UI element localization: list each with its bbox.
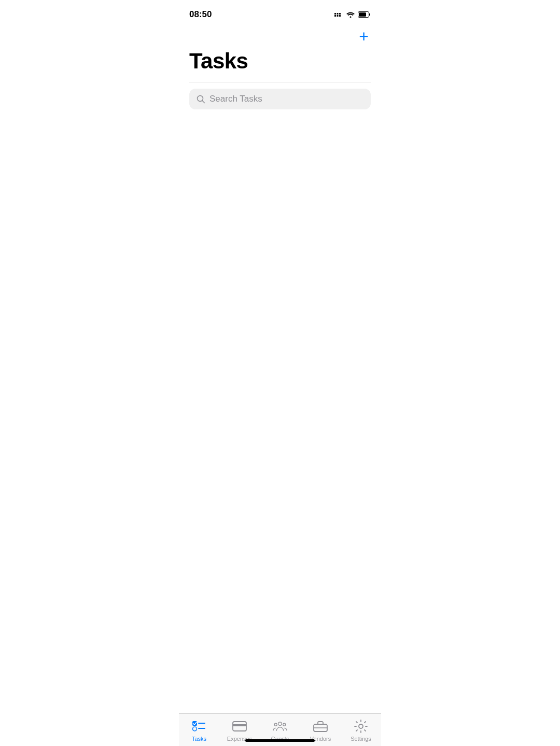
search-icon bbox=[197, 95, 205, 104]
plus-icon: + bbox=[359, 27, 369, 46]
svg-rect-8 bbox=[359, 12, 366, 17]
search-placeholder: Search Tasks bbox=[209, 94, 363, 104]
svg-rect-0 bbox=[334, 13, 336, 15]
search-container: Search Tasks bbox=[179, 82, 381, 116]
svg-rect-7 bbox=[369, 13, 370, 16]
svg-rect-2 bbox=[337, 13, 339, 15]
header: + Tasks bbox=[179, 26, 381, 82]
wifi-icon bbox=[346, 11, 355, 18]
status-icons bbox=[334, 11, 371, 18]
svg-rect-5 bbox=[339, 15, 341, 17]
main-content bbox=[179, 116, 381, 323]
status-bar: 08:50 bbox=[179, 0, 381, 26]
add-task-button[interactable]: + bbox=[357, 26, 371, 47]
status-time: 08:50 bbox=[189, 9, 212, 20]
signal-icon bbox=[334, 11, 343, 18]
battery-icon bbox=[358, 11, 371, 18]
search-bar[interactable]: Search Tasks bbox=[189, 89, 371, 109]
svg-rect-4 bbox=[339, 13, 341, 15]
page-title: Tasks bbox=[189, 49, 371, 74]
svg-rect-3 bbox=[337, 15, 339, 17]
svg-line-10 bbox=[202, 101, 205, 103]
svg-rect-1 bbox=[334, 15, 336, 17]
